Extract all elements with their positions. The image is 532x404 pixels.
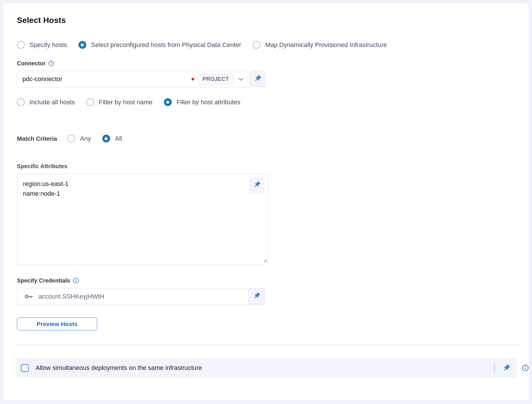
radio-include-all-hosts[interactable]: Include all hosts [17,98,75,106]
radio-label: All [115,135,122,142]
radio-circle-icon[interactable] [17,41,25,49]
footer-pin-button[interactable] [502,364,511,372]
match-criteria-label: Match Criteria [17,135,57,142]
connector-label: Connector [17,60,46,67]
radio-label: Include all hosts [30,99,75,106]
specific-attributes-box: region:us-east-1 name:node-1 [17,174,268,265]
radio-label: Specify hosts [30,41,67,49]
connector-field-row: pdc-connector PROJECT [17,71,529,87]
simultaneous-deployments-row: Allow simultaneous deployments on the sa… [17,358,517,377]
simultaneous-deployments-checkbox[interactable] [21,364,29,372]
radio-circle-icon[interactable] [253,41,260,49]
radio-label: Any [80,135,91,142]
radio-circle-icon[interactable] [102,135,110,142]
match-criteria-row: Match Criteria Any All [17,135,529,142]
checkbox-label: Allow simultaneous deployments on the sa… [36,364,202,372]
credentials-value: account.SSHKeyjHWtH [38,293,104,300]
attributes-pin-button[interactable] [249,178,264,193]
preview-hosts-button[interactable]: Preview Hosts [17,317,97,330]
info-icon[interactable] [73,278,79,284]
radio-label: Map Dynamically Provisioned Infrastructu… [265,41,387,49]
radio-label: Select preconfigured hosts from Physical… [91,41,241,49]
radio-circle-icon[interactable] [67,135,75,142]
radio-match-all[interactable]: All [102,135,122,142]
radio-circle-icon[interactable] [86,98,94,106]
radio-specify-hosts[interactable]: Specify hosts [17,41,67,49]
pin-icon [253,292,261,301]
credentials-label: Specify Credentials [17,277,70,284]
select-hosts-panel: Select Hosts Specify hosts Select precon… [3,3,529,401]
radio-circle-icon[interactable] [164,98,172,106]
connector-pin-button[interactable] [250,71,265,87]
pin-icon [254,74,262,84]
specific-attributes-textarea[interactable]: region:us-east-1 name:node-1 [17,174,268,264]
radio-map-dynamic-infrastructure[interactable]: Map Dynamically Provisioned Infrastructu… [253,41,387,49]
footer-row-wrap: Allow simultaneous deployments on the sa… [17,358,529,377]
connector-value: pdc-connector [22,75,191,83]
credentials-pin-button[interactable] [248,288,265,305]
vertical-divider [494,362,495,374]
radio-label: Filter by host name [99,99,152,106]
pin-icon [253,181,261,190]
required-dot-icon [191,78,194,81]
credentials-select[interactable]: account.SSHKeyjHWtH [17,288,248,305]
radio-label: Filter by host attributes [177,99,240,106]
connector-label-row: Connector [17,60,529,67]
scope-tag: PROJECT [198,74,234,84]
connector-select[interactable]: pdc-connector PROJECT [17,71,248,87]
radio-filter-by-host-attributes[interactable]: Filter by host attributes [164,98,240,106]
credentials-field: account.SSHKeyjHWtH [17,288,265,305]
host-filter-radio-group: Include all hosts Filter by host name Fi… [17,98,529,106]
specific-attributes-label: Specific Attributes [17,163,529,170]
chevron-down-icon[interactable] [238,78,243,81]
credentials-label-row: Specify Credentials [17,277,529,284]
radio-match-any[interactable]: Any [67,135,91,142]
key-icon [25,294,33,299]
radio-select-preconfigured-hosts[interactable]: Select preconfigured hosts from Physical… [79,41,241,49]
info-icon[interactable] [48,60,54,66]
radio-filter-by-host-name[interactable]: Filter by host name [86,98,152,106]
radio-circle-icon[interactable] [79,41,86,49]
page-title: Select Hosts [17,16,529,25]
resize-handle[interactable] [263,258,267,263]
section-divider [17,345,521,345]
info-icon[interactable] [522,364,529,371]
host-provision-radio-group: Specify hosts Select preconfigured hosts… [17,41,529,49]
radio-circle-icon[interactable] [17,98,25,106]
